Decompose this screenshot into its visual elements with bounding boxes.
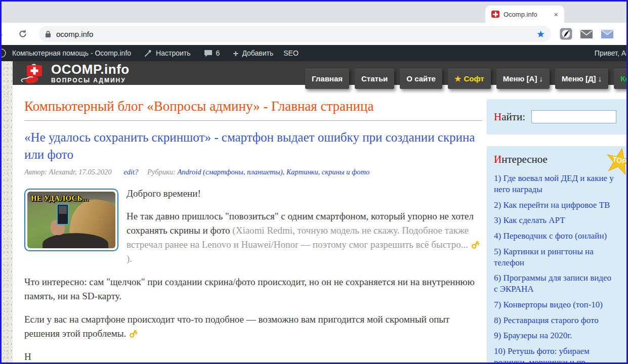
forward-button-partial[interactable]: ▸ (0, 30, 6, 37)
interesting-link-7[interactable]: 7) Конверторы видео (топ-10) (494, 299, 614, 310)
first-aid-kit-mouse-icon (20, 63, 47, 84)
interesting-link-3[interactable]: 3) Как сделать АРТ (494, 215, 614, 226)
nav-item-soft[interactable]: ★Софт (448, 69, 491, 89)
screenshot-frame: Ocomp.info × ▸ ocomp.info ★ (0, 0, 628, 364)
sidebar-interesting-widget: Интересное TOP 1) Где воевал мой ДЕД и к… (487, 146, 626, 362)
nav-item-menu-d[interactable]: Меню [Д] ↓ (555, 69, 608, 89)
tab-title: Ocomp.info (504, 11, 537, 18)
site-logo[interactable]: OCOMP.info ВОПРОСЫ АДМИНУ (20, 63, 130, 84)
interesting-link-8[interactable]: 8) Реставрация старого фото (494, 315, 614, 326)
mail-dark-extension-icon[interactable] (580, 28, 593, 40)
paragraph-problem: Что интересно: сам "щелчок" при создании… (24, 275, 482, 303)
thumbnail-caption: НЕ УДАЛОСЬ... (31, 193, 89, 204)
mail-light-extension-icon[interactable] (601, 28, 614, 40)
page-title: Компьютерный блог «Вопросы админу» - Гла… (24, 99, 482, 114)
wp-greeting: Привет, Ale (595, 49, 628, 57)
plus-icon: + (233, 49, 238, 58)
wp-logo-icon-partial[interactable] (0, 49, 6, 58)
browser-tab[interactable]: Ocomp.info × (485, 6, 564, 23)
star-icon: ★ (454, 74, 461, 83)
photo-smartphone (57, 204, 69, 225)
url-text[interactable]: ocomp.info (56, 30, 93, 38)
edit-link[interactable]: edit? (123, 168, 138, 176)
nav-item-menu-a[interactable]: Меню [А] ↓ (496, 69, 550, 89)
comment-bubble-icon (204, 50, 213, 57)
bookmark-star-icon[interactable]: ★ (536, 28, 545, 40)
wp-add-new-label: Добавить (242, 49, 273, 57)
site-subtitle: ВОПРОСЫ АДМИНУ (51, 77, 130, 84)
lock-icon (45, 30, 51, 38)
sidebar-search-widget: Найти: (487, 99, 626, 134)
interesting-link-2[interactable]: 2) Как перейти на цифровое ТВ (494, 200, 614, 211)
screenshot-extension-icon[interactable] (559, 28, 572, 40)
wp-seo-item[interactable]: SEO (283, 49, 299, 57)
rubrics-label: Рубрики: (147, 168, 176, 176)
nav-item-articles[interactable]: Статьи (355, 69, 394, 89)
brush-icon (144, 49, 152, 57)
wp-customize-item[interactable]: Настроить (144, 49, 190, 57)
nav-item-home[interactable]: Главная (305, 69, 349, 89)
search-label: Найти: (494, 111, 525, 123)
site-favicon-icon (491, 11, 499, 18)
sidebar: Найти: Интересное TOP 1) Где воевал мой … (487, 99, 626, 362)
interesting-list: 1) Где воевал мой ДЕД и какие у него наг… (494, 173, 626, 362)
interesting-link-4[interactable]: 4) Переводчик с фото (онлайн) (494, 231, 614, 242)
ok-hand-emoji (129, 329, 138, 338)
ok-hand-emoji (471, 240, 480, 249)
paragraph-intro-tail: ). (127, 253, 132, 264)
wp-site-name[interactable]: Компьютерная помощь - Ocomp.info (12, 49, 131, 57)
interesting-title-cap: И (494, 153, 501, 165)
reload-button[interactable] (18, 29, 28, 39)
web-page: OCOMP.info ВОПРОСЫ АДМИНУ Главная Статьи… (2, 61, 626, 362)
article-title[interactable]: «Не удалось сохранить скриншот» - смартф… (24, 129, 482, 163)
divider (24, 120, 482, 121)
address-bar[interactable]: ocomp.info ★ (39, 26, 551, 42)
browser-toolbar: ▸ ocomp.info ★ (2, 23, 626, 45)
paragraph-offer-text: Если у вас на смартфоне происходит что-т… (24, 314, 449, 339)
article-thumbnail[interactable]: НЕ УДАЛОСЬ... (24, 189, 118, 251)
top-star-icon: TOP (603, 145, 626, 178)
wp-add-new-item[interactable]: + Добавить (233, 49, 273, 58)
tab-close-icon[interactable]: × (554, 11, 558, 18)
interesting-link-9[interactable]: 9) Браузеры на 2020г. (494, 330, 614, 341)
nav-item-soft-label: Софт (464, 74, 484, 83)
nav-item-contact[interactable]: Контакт (614, 69, 626, 89)
wp-admin-bar: Компьютерная помощь - Ocomp.info Настрои… (2, 45, 626, 61)
wp-customize-label: Настроить (156, 49, 190, 57)
browser-tab-strip: Ocomp.info × (2, 2, 626, 23)
interesting-link-6[interactable]: 6) Программы для записи видео с ЭКРАНА (494, 272, 614, 295)
search-label-cap: Н (494, 111, 501, 123)
rubrics-links[interactable]: Android (смартфоны, планшеты), Картинки,… (177, 168, 369, 176)
site-logo-text: OCOMP.info ВОПРОСЫ АДМИНУ (51, 63, 130, 84)
sidebar-search-input[interactable] (531, 110, 616, 123)
reload-icon (18, 29, 28, 39)
interesting-link-10[interactable]: 10) Ретушь фото: убираем родинки, морщин… (494, 346, 614, 362)
interesting-title-rest: нтересное (501, 153, 548, 165)
wp-comments-item[interactable]: 6 (204, 49, 220, 57)
search-label-rest: айти: (501, 111, 525, 123)
article-body: НЕ УДАЛОСЬ... Доброго времени! Не так да… (24, 187, 482, 363)
article-meta: Автор: Alexandr, 17.05.2020 edit? Рубрик… (24, 168, 482, 176)
article-author: Автор: Alexandr, 17.05.2020 (24, 168, 112, 176)
article-thumbnail-photo: НЕ УДАЛОСЬ... (27, 192, 115, 248)
interesting-link-5[interactable]: 5) Картинки и рингтоны на телефон (494, 246, 614, 268)
extensions-row (559, 28, 614, 40)
wp-comments-count: 6 (216, 49, 220, 57)
site-header: OCOMP.info ВОПРОСЫ АДМИНУ Главная Статьи… (13, 61, 626, 85)
paragraph-offer: Если у вас на смартфоне происходит что-т… (24, 312, 482, 341)
page-background-texture (2, 61, 13, 362)
paragraph-partial: Н (24, 350, 482, 362)
main-column: Компьютерный блог «Вопросы админу» - Гла… (24, 61, 482, 362)
interesting-link-1[interactable]: 1) Где воевал мой ДЕД и какие у него наг… (494, 173, 614, 195)
nav-item-about[interactable]: О сайте (400, 69, 442, 89)
main-navigation: Главная Статьи О сайте ★Софт Меню [А] ↓ … (305, 69, 626, 89)
site-title: OCOMP.info (51, 63, 130, 76)
